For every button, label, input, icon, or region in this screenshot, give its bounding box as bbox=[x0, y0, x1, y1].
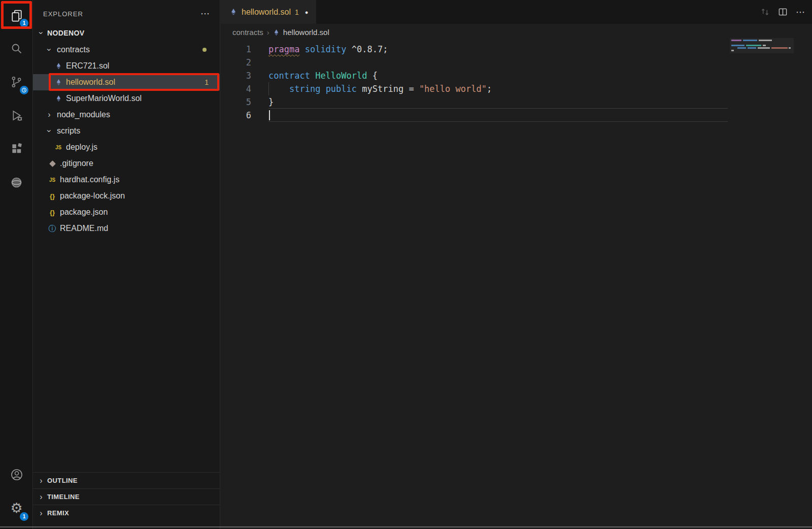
line-number: 3 bbox=[221, 69, 251, 82]
line-number: 4 bbox=[221, 82, 251, 95]
workspace-name: NODENOV bbox=[47, 29, 85, 37]
breadcrumb-separator-icon: › bbox=[267, 28, 269, 37]
javascript-file-icon: JS bbox=[48, 177, 56, 183]
chevron-down-icon: › bbox=[45, 46, 53, 54]
activity-bar: 1 bbox=[0, 0, 33, 529]
javascript-file-icon: JS bbox=[54, 145, 62, 150]
more-actions-icon[interactable]: ⋯ bbox=[796, 7, 806, 18]
sidebar-header: EXPLORER ⋯ bbox=[33, 0, 220, 24]
search-icon bbox=[10, 42, 23, 55]
json-file-icon: {} bbox=[48, 209, 56, 216]
sidebar-title: EXPLORER bbox=[43, 10, 200, 18]
timeline-section-header[interactable]: › TIMELINE bbox=[33, 488, 220, 505]
settings-badge: 1 bbox=[20, 512, 28, 521]
chevron-right-icon: › bbox=[37, 493, 45, 501]
breadcrumb-file[interactable]: helloworld.sol bbox=[283, 28, 329, 37]
more-actions-icon[interactable]: ⋯ bbox=[200, 8, 211, 19]
remix-activity-button[interactable] bbox=[0, 166, 33, 199]
chevron-right-icon: › bbox=[45, 111, 53, 119]
git-file-icon bbox=[48, 161, 56, 166]
code-editor[interactable]: 1 pragma solidity ^0.8.7; 2 3 contract H… bbox=[221, 41, 812, 529]
token: pragma bbox=[268, 44, 299, 54]
code-line[interactable]: 3 contract HelloWorld { bbox=[221, 69, 812, 82]
solidity-file-icon bbox=[54, 95, 62, 102]
vscode-window: 1 bbox=[0, 0, 812, 529]
chevron-right-icon: › bbox=[37, 477, 45, 485]
remix-section-header[interactable]: › REMIX bbox=[33, 505, 220, 521]
sync-arrows-icon[interactable] bbox=[760, 7, 770, 17]
tree-item-package-lock-json[interactable]: {} package-lock.json bbox=[33, 188, 220, 204]
run-debug-activity-button[interactable] bbox=[0, 98, 33, 132]
tree-item-erc721-sol[interactable]: ERC721.sol bbox=[33, 58, 220, 74]
tree-item-package-json[interactable]: {} package.json bbox=[33, 204, 220, 220]
editor-actions: ⋯ bbox=[760, 0, 806, 24]
tree-item-supermarioworld-sol[interactable]: SuperMarioWorld.sol bbox=[33, 90, 220, 107]
solidity-file-icon bbox=[273, 29, 280, 36]
explorer-badge: 1 bbox=[20, 19, 28, 27]
text-cursor bbox=[269, 110, 270, 120]
line-number: 6 bbox=[221, 109, 251, 122]
problems-count-badge: 1 bbox=[205, 78, 209, 86]
code-line[interactable]: 6 bbox=[221, 109, 812, 122]
breadcrumb: contracts › helloworld.sol bbox=[221, 24, 812, 41]
split-editor-icon[interactable] bbox=[778, 7, 788, 17]
unsaved-dot-icon[interactable]: ● bbox=[305, 9, 309, 15]
source-control-activity-button[interactable] bbox=[0, 65, 33, 98]
tab-bar: helloworld.sol 1 ● ⋯ bbox=[221, 0, 812, 24]
extensions-activity-button[interactable] bbox=[0, 132, 33, 166]
chevron-down-icon: › bbox=[45, 127, 53, 135]
editor-group: helloworld.sol 1 ● ⋯ bbox=[221, 0, 812, 529]
settings-activity-button[interactable]: ⚙ 1 bbox=[0, 491, 33, 525]
json-file-icon: {} bbox=[48, 192, 56, 200]
tree-item-helloworld-sol[interactable]: helloworld.sol 1 bbox=[33, 74, 220, 90]
tree-item-hardhat-config-js[interactable]: JS hardhat.config.js bbox=[33, 172, 220, 188]
sync-clock-badge bbox=[20, 86, 28, 94]
markdown-info-icon: ⓘ bbox=[48, 224, 56, 234]
workspace-section-header[interactable]: › NODENOV bbox=[33, 24, 220, 42]
activity-bar-bottom: ⚙ 1 bbox=[0, 458, 33, 525]
code-line[interactable]: 4 string public myString = "hello world"… bbox=[221, 82, 812, 95]
code-line[interactable]: 5 } bbox=[221, 95, 812, 109]
globe-icon bbox=[10, 176, 23, 189]
line-number: 5 bbox=[221, 95, 251, 109]
minimap[interactable] bbox=[730, 38, 794, 53]
search-activity-button[interactable] bbox=[0, 31, 33, 65]
solidity-file-icon bbox=[230, 8, 237, 16]
account-activity-button[interactable] bbox=[0, 458, 33, 491]
explorer-sidebar: EXPLORER ⋯ › NODENOV › contracts ERC721.… bbox=[33, 0, 220, 529]
chevron-down-icon: › bbox=[37, 29, 45, 37]
explorer-activity-button[interactable]: 1 bbox=[0, 0, 33, 31]
breadcrumb-folder[interactable]: contracts bbox=[232, 28, 263, 37]
folder-modified-dot bbox=[202, 48, 207, 52]
tab-helloworld-sol[interactable]: helloworld.sol 1 ● bbox=[221, 0, 316, 24]
tree-item-readme-md[interactable]: ⓘ README.md bbox=[33, 220, 220, 237]
tree-item-contracts[interactable]: › contracts bbox=[33, 42, 220, 58]
chevron-right-icon: › bbox=[37, 509, 45, 517]
tab-problems-count: 1 bbox=[295, 8, 299, 16]
code-line[interactable]: 1 pragma solidity ^0.8.7; bbox=[221, 43, 812, 56]
sidebar-bottom-panes: › OUTLINE › TIMELINE › REMIX bbox=[33, 472, 220, 521]
indent-guide bbox=[268, 82, 269, 95]
tree-item-scripts[interactable]: › scripts bbox=[33, 123, 220, 139]
solidity-file-icon bbox=[54, 79, 62, 86]
line-number: 1 bbox=[221, 43, 251, 56]
run-debug-icon bbox=[10, 109, 23, 122]
tree-item-deploy-js[interactable]: JS deploy.js bbox=[33, 139, 220, 155]
window-bottom-edge bbox=[0, 526, 812, 527]
tree-item-gitignore[interactable]: .gitignore bbox=[33, 155, 220, 172]
tree-item-node-modules[interactable]: › node_modules bbox=[33, 107, 220, 123]
code-line[interactable]: 2 bbox=[221, 56, 812, 69]
file-tree: › contracts ERC721.sol helloworld.sol 1 bbox=[33, 42, 220, 237]
line-number: 2 bbox=[221, 56, 251, 69]
account-icon bbox=[10, 468, 24, 482]
solidity-file-icon bbox=[54, 62, 62, 70]
outline-section-header[interactable]: › OUTLINE bbox=[33, 472, 220, 488]
extensions-icon bbox=[10, 142, 23, 155]
